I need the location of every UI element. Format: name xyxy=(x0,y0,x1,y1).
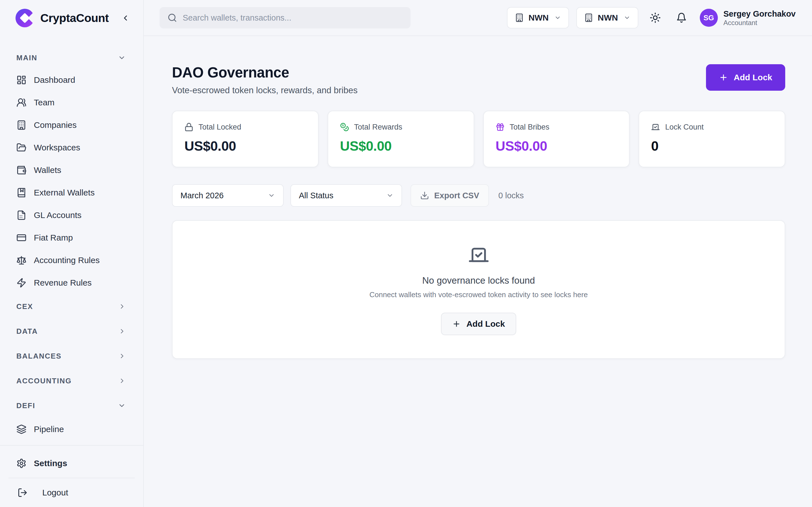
entity-switcher-1[interactable]: NWN xyxy=(507,7,569,29)
chevron-down-icon xyxy=(386,192,394,199)
sidebar-item-label: Workspaces xyxy=(34,143,80,152)
stat-value: US$0.00 xyxy=(340,138,462,154)
dashboard-icon xyxy=(16,75,27,85)
sidebar-item-label: Fiat Ramp xyxy=(34,233,73,242)
empty-state-title: No governance locks found xyxy=(422,275,535,286)
chevron-down-icon xyxy=(268,192,275,199)
empty-state-subtitle: Connect wallets with vote-escrowed token… xyxy=(369,290,588,299)
brand-name: CryptaCount xyxy=(40,11,109,25)
stat-value: 0 xyxy=(651,138,773,154)
sidebar: CryptaCount MAIN Dashboard xyxy=(0,0,144,507)
bell-icon xyxy=(676,12,687,23)
sidebar-item-settings[interactable]: Settings xyxy=(0,452,143,475)
sidebar-item-gl-accounts[interactable]: GL Accounts xyxy=(0,204,143,226)
stat-card-lock-count: Lock Count 0 xyxy=(639,111,785,167)
plus-icon xyxy=(719,73,728,82)
chevron-down-icon xyxy=(118,54,126,62)
nav-section-defi[interactable]: DEFI xyxy=(0,393,143,418)
nav-section-cex[interactable]: CEX xyxy=(0,294,143,319)
sidebar-item-external-wallets[interactable]: External Wallets xyxy=(0,181,143,204)
main-column: NWN NWN xyxy=(144,0,812,507)
zap-icon xyxy=(16,278,27,288)
sidebar-item-logout[interactable]: Logout xyxy=(0,481,143,504)
empty-state-card: No governance locks found Connect wallet… xyxy=(172,220,785,359)
wallet-icon xyxy=(16,165,27,175)
sidebar-item-label: Revenue Rules xyxy=(34,278,92,288)
sidebar-item-workspaces[interactable]: Workspaces xyxy=(0,136,143,159)
sidebar-collapse-button[interactable] xyxy=(121,14,130,22)
book-marked-icon xyxy=(16,187,27,198)
page-title: DAO Governance xyxy=(172,64,357,81)
layers-icon xyxy=(16,424,27,434)
theme-toggle-button[interactable] xyxy=(646,8,665,27)
content: DAO Governance Vote-escrowed token locks… xyxy=(144,36,812,507)
search-icon xyxy=(167,13,177,22)
status-select-value: All Status xyxy=(299,191,334,200)
export-csv-button[interactable]: Export CSV xyxy=(410,184,489,207)
nav-section-label: ACCOUNTING xyxy=(16,377,71,385)
nav-section-main[interactable]: MAIN xyxy=(0,47,143,69)
sidebar-item-label: Team xyxy=(34,98,54,107)
sidebar-item-label: External Wallets xyxy=(34,188,95,198)
stat-label: Lock Count xyxy=(665,123,704,131)
user-menu[interactable]: SG Sergey Gorchakov Accountant xyxy=(700,9,796,27)
empty-add-lock-button[interactable]: Add Lock xyxy=(441,313,516,335)
app-root: CryptaCount MAIN Dashboard xyxy=(0,0,812,507)
chevron-left-icon xyxy=(121,14,130,22)
export-csv-label: Export CSV xyxy=(434,191,479,200)
sidebar-item-label: Companies xyxy=(34,120,77,130)
credit-card-icon xyxy=(16,233,27,243)
sidebar-item-companies[interactable]: Companies xyxy=(0,114,143,136)
sidebar-item-revenue-rules[interactable]: Revenue Rules xyxy=(0,272,143,294)
entity-switcher-2[interactable]: NWN xyxy=(576,7,638,29)
page-subtitle: Vote-escrowed token locks, rewards, and … xyxy=(172,86,357,96)
nav-section-label: MAIN xyxy=(16,54,37,62)
sidebar-item-fiat-ramp[interactable]: Fiat Ramp xyxy=(0,226,143,249)
stats-row: Total Locked US$0.00 Total Rewards US$0.… xyxy=(172,111,785,167)
sidebar-footer: Settings Logout xyxy=(0,445,143,507)
sidebar-item-label: Wallets xyxy=(34,165,61,175)
add-lock-button[interactable]: Add Lock xyxy=(706,64,785,91)
period-select-value: March 2026 xyxy=(181,191,223,200)
gear-icon xyxy=(16,458,27,468)
sidebar-item-team[interactable]: Team xyxy=(0,91,143,114)
ledger-file-icon xyxy=(16,210,27,220)
period-select[interactable]: March 2026 xyxy=(172,184,284,207)
nav-section-accounting[interactable]: ACCOUNTING xyxy=(0,369,143,393)
chevron-right-icon xyxy=(118,377,126,385)
chevron-right-icon xyxy=(118,352,126,360)
page-header: DAO Governance Vote-escrowed token locks… xyxy=(172,64,785,96)
logout-icon xyxy=(17,488,28,498)
building-icon xyxy=(584,13,593,22)
sidebar-item-pipeline[interactable]: Pipeline xyxy=(0,418,143,441)
filters-row: March 2026 All Status Export CSV xyxy=(172,184,785,207)
chevron-down-icon xyxy=(554,14,561,21)
building-icon xyxy=(515,13,524,22)
lock-icon xyxy=(185,122,193,131)
global-search xyxy=(160,7,410,29)
sidebar-item-accounting-rules[interactable]: Accounting Rules xyxy=(0,249,143,272)
user-name: Sergey Gorchakov xyxy=(723,9,796,19)
nav-section-data[interactable]: DATA xyxy=(0,319,143,344)
sidebar-nav: MAIN Dashboard Team xyxy=(0,36,143,445)
download-icon xyxy=(420,191,429,200)
chevron-right-icon xyxy=(118,303,126,310)
search-input[interactable] xyxy=(183,13,403,22)
status-select[interactable]: All Status xyxy=(290,184,402,207)
stat-label: Total Locked xyxy=(199,123,241,131)
sidebar-item-dashboard[interactable]: Dashboard xyxy=(0,69,143,91)
topbar-right: NWN NWN xyxy=(507,7,796,29)
sidebar-item-wallets[interactable]: Wallets xyxy=(0,159,143,181)
notifications-button[interactable] xyxy=(672,8,691,27)
nav-section-label: CEX xyxy=(16,302,33,311)
stat-value: US$0.00 xyxy=(496,138,617,154)
nav-section-balances[interactable]: BALANCES xyxy=(0,344,143,369)
stat-card-total-locked: Total Locked US$0.00 xyxy=(172,111,319,167)
chevron-down-icon xyxy=(624,14,630,21)
stat-card-total-bribes: Total Bribes US$0.00 xyxy=(483,111,630,167)
scale-icon xyxy=(16,255,27,265)
folder-open-icon xyxy=(16,143,27,153)
sidebar-footer-divider xyxy=(8,478,135,478)
stat-card-total-rewards: Total Rewards US$0.00 xyxy=(327,111,474,167)
users-icon xyxy=(16,98,27,108)
